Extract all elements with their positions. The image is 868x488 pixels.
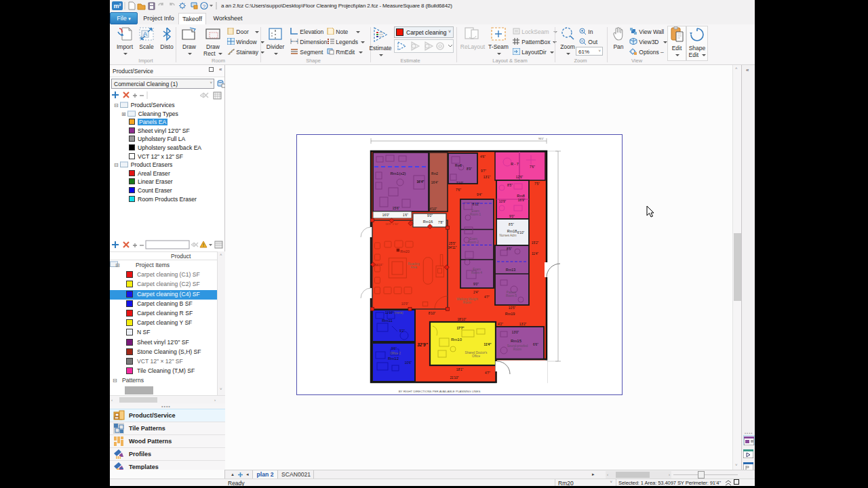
svg-text:Rm13: Rm13 — [506, 268, 515, 272]
svg-text:Rm15: Rm15 — [511, 339, 522, 343]
svg-text:34'11": 34'11" — [448, 246, 457, 249]
svg-text:7'8": 7'8" — [438, 221, 443, 224]
svg-text:6'10": 6'10" — [517, 231, 525, 235]
svg-text:13'0": 13'0" — [512, 331, 519, 334]
svg-text:13'1": 13'1" — [484, 176, 491, 179]
svg-text:25'5": 25'5" — [449, 242, 456, 245]
svg-text:16'4": 16'4" — [416, 180, 424, 184]
svg-text:Area: Area — [410, 266, 417, 269]
svg-text:Rm18: Rm18 — [507, 229, 517, 233]
svg-text:9'2": 9'2" — [399, 329, 405, 333]
svg-text:Room 5: Room 5 — [506, 294, 517, 298]
svg-text:18'1": 18'1" — [456, 368, 464, 371]
svg-text:6'6": 6'6" — [533, 343, 538, 346]
svg-text:Rm12: Rm12 — [388, 357, 399, 361]
svg-text:Room: Room — [463, 301, 471, 304]
svg-text:8'12": 8'12" — [473, 203, 480, 206]
svg-text:16'11": 16'11" — [375, 263, 383, 266]
svg-text:32'9": 32'9" — [417, 342, 428, 347]
svg-text:Rm19: Rm19 — [505, 312, 515, 316]
svg-text:11'4": 11'4" — [532, 252, 538, 256]
svg-text:Room 4: Room 4 — [471, 271, 483, 274]
svg-text:16'9" 1'10": 16'9" 1'10" — [385, 222, 399, 226]
svg-text:Rm6: Rm6 — [455, 164, 462, 167]
svg-text:7'6": 7'6" — [456, 188, 461, 192]
svg-text:BY RIGHT DIRECTIONS PER AVAILA: BY RIGHT DIRECTIONS PER AVAILABLE PLANNI… — [399, 390, 481, 393]
svg-text:8'5": 8'5" — [509, 223, 514, 226]
svg-text:?: ? — [203, 3, 206, 9]
svg-text:Room 2: Room 2 — [468, 241, 479, 244]
svg-text:4'10": 4'10" — [430, 207, 437, 211]
svg-text:4'6": 4'6" — [480, 155, 486, 159]
svg-text:10'9": 10'9" — [499, 200, 507, 203]
svg-text:18'10": 18'10" — [458, 318, 467, 321]
svg-text:7'10": 7'10" — [456, 182, 464, 185]
svg-text:Rm16: Rm16 — [423, 220, 433, 224]
svg-text:9'0": 9'0" — [427, 214, 433, 218]
svg-text:Nurses Adm: Nurses Adm — [499, 234, 516, 237]
svg-text:15'6": 15'6" — [393, 207, 400, 210]
svg-text:8'5": 8'5" — [507, 184, 513, 187]
svg-text:17'7": 17'7" — [456, 327, 464, 330]
svg-text:13'2": 13'2" — [519, 323, 527, 326]
svg-text:15'2": 15'2" — [532, 241, 539, 245]
svg-text:7'5": 7'5" — [534, 182, 540, 186]
svg-text:8'9": 8'9" — [467, 167, 472, 171]
svg-text:2'4": 2'4" — [473, 291, 479, 294]
svg-text:9'6": 9'6" — [391, 347, 397, 350]
svg-text:11'4": 11'4" — [484, 343, 492, 346]
svg-text:9'4": 9'4" — [477, 193, 482, 197]
svg-text:Rm10: Rm10 — [451, 338, 462, 342]
svg-text:(meta): (meta) — [394, 311, 403, 314]
svg-text:8'5": 8'5" — [507, 247, 512, 251]
svg-text:Room: Room — [513, 348, 521, 351]
svg-text:Room 1: Room 1 — [470, 213, 481, 216]
svg-text:8'10": 8'10" — [429, 312, 436, 315]
svg-text:4'2": 4'2" — [498, 323, 503, 326]
svg-text:Rm8: Rm8 — [517, 194, 524, 198]
svg-text:R - 7: R - 7 — [511, 162, 519, 166]
svg-text:21'10": 21'10" — [450, 376, 459, 380]
svg-text:7'6": 7'6" — [530, 165, 535, 169]
svg-text:Rm2: Rm2 — [431, 172, 438, 176]
svg-text:!: ! — [203, 243, 204, 247]
svg-text:9'7": 9'7" — [481, 169, 486, 173]
svg-text:11'10": 11'10" — [385, 311, 394, 314]
svg-text:16'0": 16'0" — [382, 214, 390, 217]
svg-text:4'7": 4'7" — [485, 371, 490, 375]
svg-text:Office 2: Office 2 — [390, 352, 401, 355]
svg-text:Rm1(x2): Rm1(x2) — [390, 171, 406, 176]
svg-text:12'6": 12'6" — [516, 176, 524, 179]
svg-text:10'9": 10'9" — [401, 302, 409, 306]
svg-text:Office: Office — [472, 354, 480, 358]
svg-text:4'7": 4'7" — [484, 296, 490, 299]
svg-text:10'5": 10'5" — [509, 306, 516, 310]
svg-text:Rm20: Rm20 — [400, 249, 410, 253]
svg-text:1'6": 1'6" — [403, 214, 408, 217]
svg-text:9'0": 9'0" — [473, 283, 479, 286]
svg-text:9'0": 9'0" — [509, 215, 515, 218]
svg-text:Rm11: Rm11 — [382, 319, 393, 323]
svg-text:16'4": 16'4" — [431, 181, 439, 184]
svg-text:10'6": 10'6" — [405, 361, 412, 365]
svg-text:16'9": 16'9" — [518, 199, 526, 202]
svg-text:m²: m² — [114, 3, 121, 9]
svg-text:96'0": 96'0" — [538, 138, 545, 140]
